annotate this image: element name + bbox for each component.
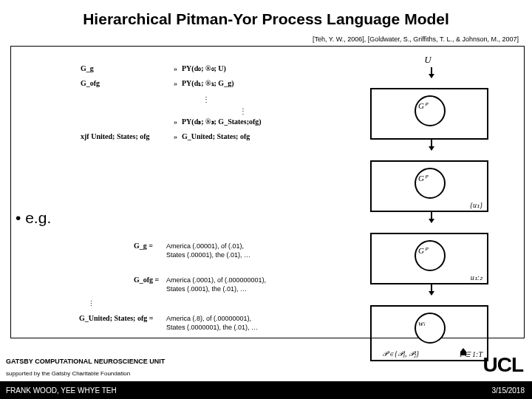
example-lhs: G_g =: [134, 242, 166, 250]
slide: Hierarchical Pitman-Yor Process Language…: [0, 0, 532, 399]
arrow-icon: [431, 67, 432, 78]
def-rhs: PY(d₁; ®₁; G_g): [182, 75, 233, 92]
plate-box: wᵢ t ∈ 1:T 𝒫 ∈ {𝒫₁, 𝒫₂}: [370, 305, 488, 361]
vdots-icon: ⋮: [88, 299, 326, 308]
example-rhs: America (.0001), of (.000000001), States…: [166, 276, 266, 293]
arrow-icon: [431, 140, 432, 150]
plate-bottom-text: 𝒫 ∈ {𝒫₁, 𝒫₂}: [382, 349, 419, 358]
example-rhs: America (.00001), of (.01), States (.000…: [166, 242, 250, 259]
def-rhs: G_United; States; ofg: [182, 128, 250, 146]
node-label: Gᴾ: [418, 246, 427, 256]
def-row: G_g » PY(d₀; ®₀; U): [81, 61, 302, 76]
tilde-icon: »: [174, 75, 177, 92]
citation-text: [Teh, Y. W., 2006], [Goldwater, S., Grif…: [313, 35, 519, 43]
def-lhs: G_ofg: [81, 75, 169, 92]
ucl-dome-icon: [458, 347, 468, 358]
content-frame: G_g » PY(d₀; ®₀; U) G_ofg » PY(d₁; ®₁; G…: [10, 46, 525, 338]
plate-box: Gᴾ u₁:₂: [370, 233, 488, 284]
example-row: G_ofg = America (.0001), of (.000000001)…: [134, 276, 326, 293]
vdots-icon: ⋮: [110, 91, 302, 103]
examples-block: G_g = America (.00001), of (.01), States…: [134, 242, 326, 348]
example-lhs: G_United; States; ofg =: [79, 314, 166, 323]
node-icon: [415, 313, 446, 344]
arrow-icon: [431, 212, 432, 222]
ucl-logo: UCL: [482, 353, 523, 377]
slide-title: Hierarchical Pitman-Yor Process Language…: [0, 10, 532, 28]
footer-support: supported by the Gatsby Charitable Found…: [6, 370, 130, 377]
footer-authors: FRANK WOOD, YEE WHYE TEH: [6, 386, 117, 395]
def-lhs: xjf United; States; ofg: [81, 128, 169, 146]
eg-label: • e.g.: [16, 209, 51, 227]
node-label: Gᴾ: [418, 101, 427, 111]
node-icon: [415, 240, 446, 271]
example-lhs: G_ofg =: [134, 276, 166, 284]
footer-unit: GATSBY COMPUTATIONAL NEUROSCIENCE UNIT: [6, 358, 165, 365]
plate-box: Gᴾ {u₁}: [370, 160, 488, 212]
plate-sub: {u₁}: [470, 201, 482, 209]
figure-root-label: U: [370, 54, 485, 67]
tilde-icon: »: [174, 128, 177, 146]
node-label: wᵢ: [418, 318, 425, 328]
model-definitions: G_g » PY(d₀; ®₀; U) G_ofg » PY(d₁; ®₁; G…: [81, 61, 302, 144]
example-row: G_United; States; ofg = America (.8), of…: [134, 314, 326, 332]
def-row: G_ofg » PY(d₁; ®₁; G_g): [81, 76, 302, 91]
example-rhs: America (.8), of (.00000001), States (.0…: [166, 314, 258, 332]
node-label: Gᴾ: [418, 174, 427, 183]
plate-box: Gᴾ: [370, 88, 488, 140]
footer-bar: FRANK WOOD, YEE WHYE TEH 3/15/2018: [0, 381, 532, 399]
example-row: G_g = America (.00001), of (.01), States…: [134, 242, 326, 259]
footer-date: 3/15/2018: [492, 386, 525, 395]
def-row: » PY(d₃; ®₃; G_States;ofg): [81, 115, 302, 129]
node-icon: [415, 168, 446, 199]
plate-sub: u₁:₂: [471, 273, 482, 282]
node-icon: [415, 95, 446, 126]
arrow-icon: [431, 284, 432, 295]
graphical-model-figure: U Gᴾ Gᴾ {u₁} Gᴾ u₁:₂ wᵢ t ∈ 1:T: [370, 54, 493, 330]
def-row: xjf United; States; ofg » G_United; Stat…: [81, 129, 302, 144]
